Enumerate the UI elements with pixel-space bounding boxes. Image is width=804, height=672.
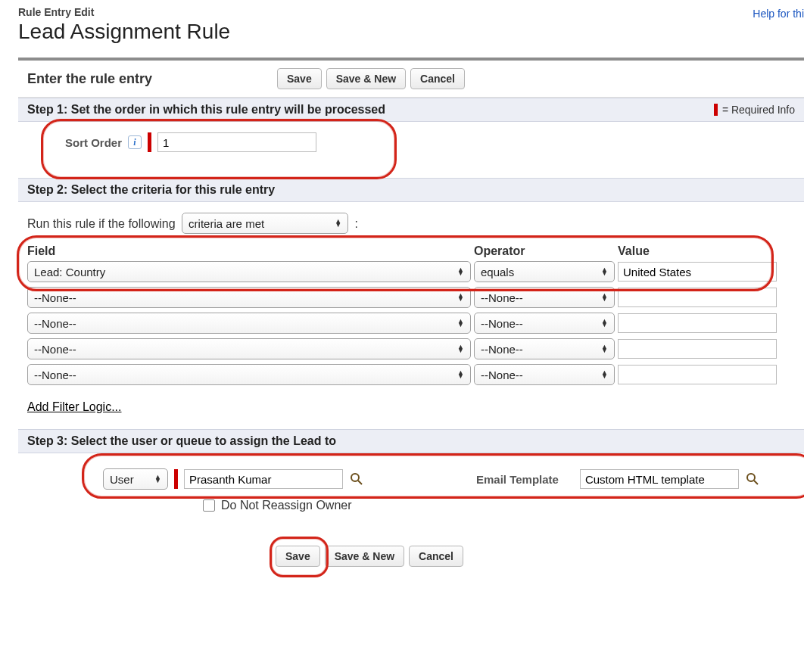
assignee-input[interactable] xyxy=(184,469,343,489)
svg-line-1 xyxy=(358,481,362,484)
page-title: Lead Assignment Rule xyxy=(18,20,230,44)
criteria-operator-select[interactable]: equals xyxy=(474,261,615,282)
criteria-field-select[interactable]: --None-- xyxy=(27,313,471,334)
svg-point-2 xyxy=(747,474,755,481)
add-filter-logic-link[interactable]: Add Filter Logic... xyxy=(27,400,122,414)
criteria-value-input[interactable] xyxy=(618,313,777,333)
criteria-field-select[interactable]: --None-- xyxy=(27,287,471,308)
required-marker-icon xyxy=(714,104,718,116)
criteria-value-input[interactable] xyxy=(618,288,777,307)
criteria-field-select[interactable]: Lead: Country xyxy=(27,261,471,282)
required-bar-icon xyxy=(148,132,151,152)
criteria-operator-select[interactable]: --None-- xyxy=(474,287,615,308)
step1-title: Step 1: Set the order in which this rule… xyxy=(27,103,385,117)
run-rule-label: Run this rule if the following xyxy=(27,217,176,230)
save-new-button-bottom[interactable]: Save & New xyxy=(325,546,404,567)
lookup-icon[interactable] xyxy=(745,471,760,487)
criteria-operator-select[interactable]: --None-- xyxy=(474,364,615,385)
lookup-icon[interactable] xyxy=(349,471,364,487)
email-template-input[interactable] xyxy=(580,469,739,489)
step2-title: Step 2: Select the criteria for this rul… xyxy=(27,183,275,197)
save-new-button-top[interactable]: Save & New xyxy=(326,68,406,89)
colon-text: : xyxy=(355,217,358,230)
cancel-button-bottom[interactable]: Cancel xyxy=(409,546,463,567)
criteria-field-select[interactable]: --None-- xyxy=(27,338,471,359)
page: Rule Entry Edit Lead Assignment Rule Hel… xyxy=(0,0,804,582)
assign-type-select[interactable]: User xyxy=(103,468,168,490)
svg-point-0 xyxy=(351,474,359,481)
required-bar-icon xyxy=(174,469,178,489)
criteria-value-input[interactable] xyxy=(618,339,777,359)
column-field-header: Field xyxy=(27,244,474,258)
criteria-field-select[interactable]: --None-- xyxy=(27,364,471,385)
save-button-bottom[interactable]: Save xyxy=(276,546,320,567)
help-link[interactable]: Help for thi xyxy=(753,6,804,20)
do-not-reassign-label: Do Not Reassign Owner xyxy=(221,499,352,512)
criteria-mode-select[interactable]: criteria are met xyxy=(182,213,348,234)
page-subhead: Rule Entry Edit xyxy=(18,6,230,18)
svg-line-3 xyxy=(754,481,758,484)
info-icon[interactable]: i xyxy=(128,135,142,149)
required-info-text: = Required Info xyxy=(722,104,795,116)
step3-title: Step 3: Select the user or queue to assi… xyxy=(27,434,336,448)
email-template-label: Email Template xyxy=(476,473,559,486)
criteria-value-input[interactable] xyxy=(618,365,777,384)
sort-order-label: Sort Order xyxy=(65,136,122,149)
column-value-header: Value xyxy=(618,244,795,258)
do-not-reassign-checkbox[interactable] xyxy=(203,499,215,512)
criteria-operator-select[interactable]: --None-- xyxy=(474,313,615,334)
sort-order-input[interactable] xyxy=(157,132,316,152)
cancel-button-top[interactable]: Cancel xyxy=(410,68,465,89)
criteria-value-input[interactable] xyxy=(618,262,777,282)
enter-rule-title: Enter the rule entry xyxy=(27,71,277,87)
criteria-operator-select[interactable]: --None-- xyxy=(474,338,615,359)
column-operator-header: Operator xyxy=(474,244,618,258)
save-button-top[interactable]: Save xyxy=(277,68,322,89)
